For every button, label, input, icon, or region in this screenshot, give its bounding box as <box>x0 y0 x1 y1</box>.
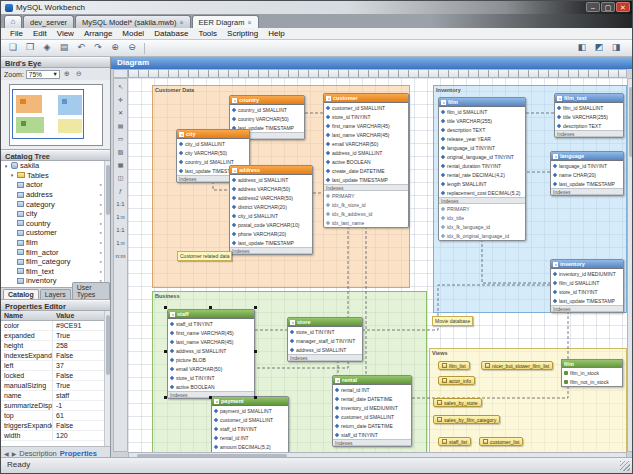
property-row[interactable]: height 258 <box>1 341 110 351</box>
diagram-table-store[interactable]: store store_id TINYINTmanager_staff_id T… <box>287 317 363 362</box>
property-value[interactable]: False <box>53 351 110 360</box>
toggle-secondary-sidebar-button[interactable]: ◨ <box>608 41 624 55</box>
menu-view[interactable]: View <box>52 29 79 38</box>
property-row[interactable]: top 61 <box>1 411 110 421</box>
catalog-table-item[interactable]: address <box>1 190 110 200</box>
menu-model[interactable]: Model <box>117 29 149 38</box>
tree-node-schema[interactable]: ▾ sakila <box>1 161 110 171</box>
property-value[interactable]: False <box>53 371 110 380</box>
catalog-scrollbar[interactable] <box>104 161 110 288</box>
view-tool[interactable]: ◫ <box>114 171 127 184</box>
menu-arrange[interactable]: Arrange <box>79 29 117 38</box>
tab-scroll-right-icon[interactable]: ▶ <box>12 450 17 457</box>
property-value[interactable]: staff <box>53 391 110 400</box>
minimap-viewport[interactable] <box>12 89 84 139</box>
catalog-table-item[interactable]: film_actor <box>1 247 110 257</box>
routine-item[interactable]: film_in_stock <box>562 368 622 377</box>
close-button[interactable]: ✕ <box>616 2 630 12</box>
selection-handle[interactable] <box>254 396 257 399</box>
selection-handle[interactable] <box>209 396 212 399</box>
catalog-table-item[interactable]: film_text <box>1 267 110 277</box>
toggle-output-button[interactable]: ◩ <box>591 41 607 55</box>
save-model-button[interactable]: ◈ <box>39 41 55 55</box>
menu-tools[interactable]: Tools <box>193 29 222 38</box>
menu-edit[interactable]: Edit <box>28 29 52 38</box>
property-value[interactable]: True <box>53 381 110 390</box>
resize-grip[interactable] <box>620 461 630 471</box>
maximize-button[interactable]: ▢ <box>601 2 615 12</box>
selection-handle[interactable] <box>254 350 257 353</box>
indexes-section[interactable]: Indexes <box>551 305 623 312</box>
catalog-table-item[interactable]: actor <box>1 180 110 190</box>
property-value[interactable]: 61 <box>53 411 110 420</box>
properties-scrollbar[interactable] <box>104 311 110 446</box>
indexes-section[interactable]: Indexes <box>551 188 623 195</box>
catalog-table-item[interactable]: customer <box>1 228 110 238</box>
property-row[interactable]: width 120 <box>1 431 110 441</box>
rel-n-m-tool[interactable]: n:m <box>114 249 127 262</box>
note-movie-database[interactable]: Movie database <box>432 316 473 326</box>
undo-button[interactable]: ↶ <box>73 41 89 55</box>
redo-button[interactable]: ↷ <box>90 41 106 55</box>
tree-node-tables[interactable]: ▾ Tables <box>1 171 110 181</box>
note-tool[interactable]: ▭ <box>114 132 127 145</box>
selection-handle[interactable] <box>209 306 212 309</box>
pointer-tool[interactable]: ↖ <box>114 80 127 93</box>
diagram-table-film-text[interactable]: film_text film_id SMALLINTtitle VARCHAR(… <box>554 93 624 138</box>
indexes-section[interactable]: Indexes <box>555 130 623 137</box>
tab-dev-server[interactable]: dev_server <box>23 15 74 28</box>
diagram-canvas[interactable]: Customer Data Inventory Business Views <box>128 78 627 452</box>
expand-arrow-icon[interactable]: ▾ <box>9 172 15 178</box>
catalog-table-item[interactable]: film_category <box>1 257 110 267</box>
property-row[interactable]: left 37 <box>1 361 110 371</box>
property-value[interactable]: True <box>53 331 110 340</box>
diagram-table-payment[interactable]: payment payment_id SMALLINTcustomer_id S… <box>211 396 289 452</box>
expand-arrow-icon[interactable]: ▾ <box>3 163 9 169</box>
view-sales-by-store[interactable]: sales_by_store <box>433 398 482 407</box>
zoom-in-icon[interactable]: ⊕ <box>62 69 72 79</box>
rel-1-1-identifying-tool[interactable]: 1:1 <box>114 223 127 236</box>
view-staff-list[interactable]: staff_list <box>438 437 471 446</box>
diagram-table-rental[interactable]: rental rental_id INTrental_date DATETIME… <box>332 375 412 447</box>
tab-mysql-model[interactable]: MySQL Model* (sakila.mwb) × <box>75 15 190 28</box>
hand-tool[interactable]: ✛ <box>114 93 127 106</box>
diagram-table-film[interactable]: film film_id SMALLINTtitle VARCHAR(255)d… <box>438 97 526 241</box>
delete-tool[interactable]: ✕ <box>114 106 127 119</box>
property-row[interactable]: color #9CE91 <box>1 321 110 331</box>
menu-scripting[interactable]: Scripting <box>222 29 263 38</box>
zoom-out-icon[interactable]: ⊖ <box>74 69 84 79</box>
property-value[interactable]: -1 <box>53 401 110 410</box>
minimize-button[interactable]: – <box>586 2 600 12</box>
property-row[interactable]: manualSizing True <box>1 381 110 391</box>
selection-handle[interactable] <box>254 306 257 309</box>
property-row[interactable]: summarizeDisplay -1 <box>1 401 110 411</box>
view-sales-by-film-category[interactable]: sales_by_film_category <box>433 415 500 424</box>
rel-1-n-identifying-tool[interactable]: 1:n <box>114 236 127 249</box>
catalog-table-item[interactable]: film <box>1 238 110 248</box>
routine-item[interactable]: film_not_in_stock <box>562 377 622 386</box>
view-nicer-but-slower-film-list[interactable]: nicer_but_slower_film_list <box>481 361 553 370</box>
view-film-list[interactable]: film_list <box>438 361 470 370</box>
diagram-table-address[interactable]: address address_id SMALLINTaddress VARCH… <box>229 165 313 255</box>
rel-1-n-non-identifying-tool[interactable]: 1:n <box>114 210 127 223</box>
image-tool[interactable]: ▧ <box>114 145 127 158</box>
print-button[interactable]: ▤ <box>56 41 72 55</box>
open-model-button[interactable]: ❒ <box>22 41 38 55</box>
menu-help[interactable]: Help <box>263 29 289 38</box>
view-actor-info[interactable]: actor_info <box>438 376 475 385</box>
routine-group-film[interactable]: film film_in_stockfilm_not_in_stock <box>561 359 623 387</box>
tab-catalog[interactable]: Catalog <box>3 289 39 299</box>
new-model-button[interactable]: ❏ <box>5 41 21 55</box>
indexes-section[interactable]: Indexes <box>230 247 312 254</box>
catalog-table-item[interactable]: country <box>1 219 110 229</box>
property-value[interactable]: False <box>53 421 110 430</box>
tab-scroll-left-icon[interactable]: ◀ <box>4 450 9 457</box>
property-value[interactable]: 120 <box>53 431 110 440</box>
layer-tool[interactable]: ▤ <box>114 119 127 132</box>
note-customer-related-data[interactable]: Customer related data <box>177 251 232 261</box>
property-value[interactable]: 258 <box>53 341 110 350</box>
table-tool[interactable]: ▦ <box>114 158 127 171</box>
property-row[interactable]: triggersExpanded False <box>1 421 110 431</box>
vertical-scrollbar[interactable] <box>627 78 633 452</box>
diagram-table-customer[interactable]: customer customer_id SMALLINTstore_id TI… <box>323 93 409 228</box>
